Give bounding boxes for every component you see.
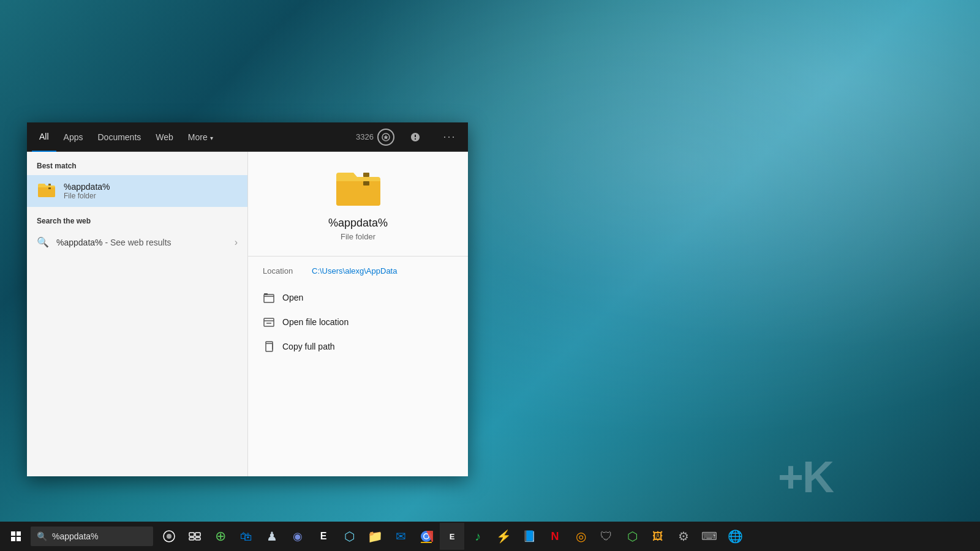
score-badge: 3326	[356, 129, 394, 146]
taskbar-taskview[interactable]	[183, 523, 207, 550]
desktop: +K All Apps Documents Web More 3326	[0, 0, 980, 551]
taskbar-app3[interactable]: 📘	[517, 523, 541, 550]
svg-point-14	[167, 534, 172, 539]
tab-more[interactable]: More	[181, 122, 221, 152]
content-area: Best match %appdata%	[27, 152, 468, 476]
open-file-location-icon	[263, 316, 275, 328]
detail-name: %appdata%	[328, 217, 388, 230]
right-panel: %appdata% File folder Location C:\Users\…	[247, 152, 468, 476]
svg-rect-18	[195, 538, 200, 540]
taskbar-spotify[interactable]: ♪	[466, 523, 490, 550]
taskbar-cortana[interactable]	[157, 523, 181, 550]
location-value[interactable]: C:\Users\alexg\AppData	[312, 266, 397, 276]
taskbar-language[interactable]: ⌨	[697, 523, 722, 550]
copy-full-path-label: Copy full path	[282, 342, 335, 351]
taskbar-fileexplorer[interactable]: 📁	[363, 523, 387, 550]
taskbar-search-icon: 🔍	[37, 531, 47, 541]
score-circle	[377, 129, 394, 146]
taskbar-mail[interactable]: ✉	[388, 523, 413, 550]
tab-all[interactable]: All	[32, 122, 56, 152]
svg-rect-2	[48, 187, 51, 189]
kde-watermark: +K	[778, 452, 833, 502]
taskbar-app1[interactable]: ⬡	[337, 523, 361, 550]
svg-rect-8	[266, 343, 273, 351]
start-button[interactable]	[2, 523, 29, 550]
best-match-item[interactable]: %appdata% File folder	[27, 175, 247, 207]
best-match-text: %appdata% File folder	[64, 182, 110, 200]
feedback-button[interactable]	[402, 124, 429, 151]
open-action[interactable]: Open	[253, 285, 463, 310]
location-row: Location C:\Users\alexg\AppData	[248, 266, 468, 276]
search-panel: All Apps Documents Web More 3326	[27, 122, 468, 476]
taskbar-epic[interactable]: E	[311, 523, 336, 550]
taskbar-discord[interactable]: ◉	[285, 523, 310, 550]
taskbar-steam[interactable]: ♟	[260, 523, 284, 550]
divider	[248, 256, 468, 257]
location-label: Location	[263, 266, 312, 276]
open-file-location-label: Open file location	[282, 317, 349, 327]
tab-web[interactable]: Web	[148, 122, 181, 152]
svg-rect-11	[11, 537, 15, 541]
svg-point-21	[424, 534, 429, 539]
folder-icon-small	[37, 181, 56, 201]
taskbar-search-bar[interactable]: 🔍 %appdata%	[31, 527, 153, 546]
best-match-sub: File folder	[64, 192, 110, 200]
web-search-label: Search the web	[27, 217, 247, 230]
taskbar-chrome[interactable]	[414, 523, 439, 550]
taskbar-xbox[interactable]: ⊕	[208, 523, 233, 550]
more-chevron-icon	[210, 132, 213, 142]
svg-rect-7	[264, 318, 274, 326]
open-file-location-action[interactable]: Open file location	[253, 310, 463, 334]
taskbar-store[interactable]: 🛍	[234, 523, 258, 550]
svg-rect-1	[48, 184, 51, 186]
taskbar-photos[interactable]: 🖼	[646, 523, 670, 550]
taskbar-netflix[interactable]: N	[543, 523, 567, 550]
taskbar-search-text: %appdata%	[52, 531, 99, 541]
svg-rect-17	[189, 538, 194, 540]
best-match-label: Best match	[27, 162, 247, 175]
taskbar-app2[interactable]: ⚡	[491, 523, 516, 550]
svg-rect-4	[363, 181, 369, 186]
svg-rect-10	[17, 531, 21, 536]
copy-full-path-action[interactable]: Copy full path	[253, 334, 463, 359]
web-search-item[interactable]: 🔍 %appdata% - See web results ›	[27, 230, 247, 254]
svg-rect-16	[195, 533, 200, 536]
taskbar-app4[interactable]: ◎	[568, 523, 593, 550]
score-value: 3326	[356, 132, 374, 141]
tab-documents[interactable]: Documents	[90, 122, 148, 152]
svg-rect-3	[363, 173, 369, 177]
svg-rect-9	[11, 531, 15, 536]
taskbar-icons: ⊕ 🛍 ♟ ◉ E ⬡ 📁 ✉	[157, 523, 747, 550]
more-options-button[interactable]: ···	[436, 124, 463, 151]
action-list: Open Open file location	[248, 285, 468, 359]
web-search-icon: 🔍	[37, 236, 49, 248]
open-label: Open	[282, 293, 303, 302]
tab-bar: All Apps Documents Web More 3326	[27, 122, 468, 152]
web-search-arrow-icon: ›	[235, 237, 238, 248]
open-icon	[263, 291, 275, 304]
svg-rect-5	[264, 294, 274, 302]
tab-bar-right: 3326 ···	[356, 124, 463, 151]
web-search-text: %appdata% - See web results	[56, 238, 227, 247]
taskbar-network[interactable]: 🌐	[723, 523, 747, 550]
taskbar: 🔍 %appdata% ⊕	[0, 522, 980, 551]
folder-icon-large	[334, 167, 383, 209]
tab-apps[interactable]: Apps	[56, 122, 91, 152]
svg-rect-15	[189, 533, 194, 536]
svg-rect-6	[264, 293, 268, 295]
detail-type: File folder	[341, 232, 375, 241]
best-match-name: %appdata%	[64, 182, 110, 192]
taskbar-security[interactable]: 🛡	[594, 523, 619, 550]
left-panel: Best match %appdata%	[27, 152, 247, 476]
copy-path-icon	[263, 340, 275, 353]
taskbar-app5[interactable]: ⬡	[620, 523, 644, 550]
svg-rect-12	[17, 537, 21, 541]
taskbar-epicgames[interactable]: E	[440, 523, 464, 550]
taskbar-settings[interactable]: ⚙	[671, 523, 696, 550]
